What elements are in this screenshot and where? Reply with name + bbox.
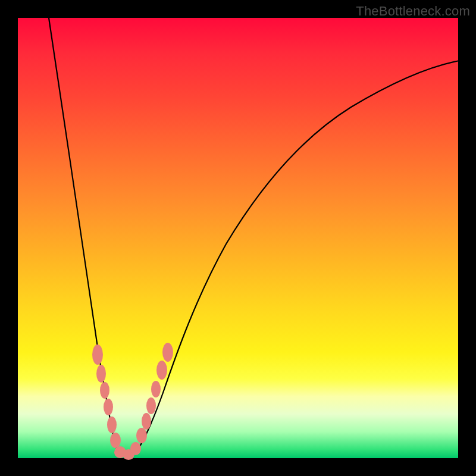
- curve-left-branch: [49, 18, 129, 456]
- bead: [162, 343, 173, 362]
- bead: [92, 345, 103, 365]
- chart-frame: TheBottleneck.com: [0, 0, 476, 476]
- bead: [96, 365, 106, 383]
- bead: [107, 416, 117, 433]
- mismatch-curve: [18, 18, 458, 458]
- bead: [130, 442, 141, 455]
- bead: [142, 413, 151, 430]
- bead: [156, 361, 167, 380]
- watermark-text: TheBottleneck.com: [356, 4, 470, 19]
- plot-area: [18, 18, 458, 458]
- bead: [100, 382, 109, 399]
- bead: [146, 397, 156, 414]
- sample-beads: [92, 343, 173, 460]
- curve-right-branch: [119, 61, 459, 457]
- bead: [151, 381, 161, 397]
- bead: [136, 428, 147, 443]
- bead: [110, 433, 121, 448]
- bead: [104, 399, 113, 415]
